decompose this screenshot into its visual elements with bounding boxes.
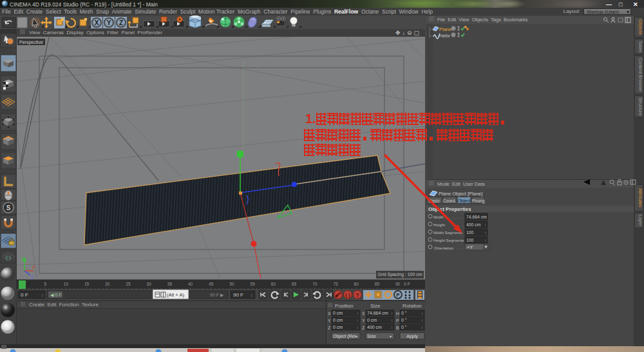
svg-text:(Alt + A): (Alt + A) [167, 292, 184, 298]
